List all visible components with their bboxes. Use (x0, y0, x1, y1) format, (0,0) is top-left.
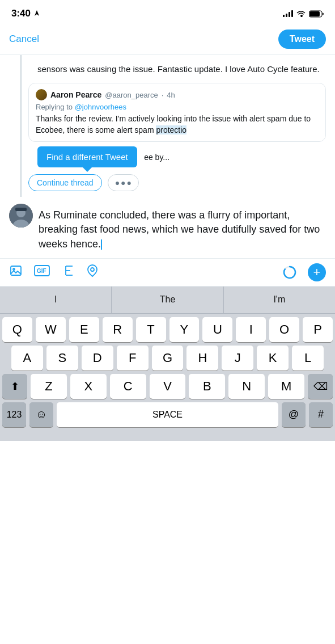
cancel-button[interactable]: Cancel (9, 31, 39, 47)
key-z[interactable]: Z (31, 374, 67, 399)
character-progress (283, 266, 296, 279)
quoted-time-ago: 4h (167, 91, 175, 99)
key-r[interactable]: R (103, 317, 133, 342)
quoted-replying: Replying to @johnvoorhees (36, 103, 319, 111)
partial-tweet-content: sensors was causing the issue. Fantastic… (37, 58, 320, 78)
key-g[interactable]: G (152, 346, 184, 371)
hash-key[interactable]: # (309, 402, 333, 427)
compose-text-content: As Ruminate concluded, there was a flurr… (39, 209, 320, 249)
svg-text:GIF: GIF (37, 268, 46, 274)
tooltip-area: Find a different Tweet ee by... (37, 146, 326, 169)
battery-icon (309, 10, 324, 18)
compose-text[interactable]: As Ruminate concluded, there was a flurr… (39, 204, 326, 251)
key-t[interactable]: T (136, 317, 166, 342)
key-h[interactable]: H (186, 346, 218, 371)
tweet-actions: Continue thread ●●● (28, 170, 326, 197)
key-v[interactable]: V (150, 374, 186, 399)
key-x[interactable]: X (70, 374, 107, 399)
time-text: 3:40 (11, 8, 31, 19)
status-time: 3:40 (11, 8, 40, 19)
svg-point-16 (91, 268, 94, 271)
key-f[interactable]: F (117, 346, 149, 371)
space-key[interactable]: space (57, 402, 278, 427)
key-w[interactable]: W (36, 317, 66, 342)
find-different-tweet-tooltip[interactable]: Find a different Tweet (37, 146, 137, 167)
svg-rect-8 (11, 266, 21, 275)
key-i[interactable]: I (236, 317, 266, 342)
quoted-reply-handle: @johnvoorhees (75, 103, 126, 111)
delete-key[interactable]: ⌫ (308, 374, 333, 399)
key-d[interactable]: D (82, 346, 113, 371)
status-icons (283, 10, 324, 18)
svg-rect-2 (309, 11, 320, 16)
quoted-time: · (162, 91, 164, 99)
key-p[interactable]: P (303, 317, 333, 342)
keyboard-row-2: A S D F G H J K L (0, 342, 335, 371)
key-u[interactable]: U (202, 317, 232, 342)
key-c[interactable]: C (110, 374, 146, 399)
at-key[interactable]: @ (282, 402, 306, 427)
quoted-tweet: Aaron Pearce @aaron_pearce · 4h Replying… (28, 83, 326, 142)
continue-thread-button[interactable]: Continue thread (28, 174, 102, 191)
key-q[interactable]: Q (2, 317, 32, 342)
location-icon (33, 10, 40, 17)
quoted-text-suffix: ee by... (144, 153, 169, 162)
autocorrect-bar: I The I'm (0, 287, 335, 314)
location-pin-icon[interactable] (86, 264, 99, 281)
signal-icon (283, 10, 293, 17)
num-key[interactable]: 123 (2, 402, 26, 427)
wifi-icon (296, 10, 306, 17)
thread-icon[interactable] (61, 264, 75, 281)
emoji-key[interactable]: ☺ (29, 402, 53, 427)
key-o[interactable]: O (269, 317, 299, 342)
partial-tweet: sensors was causing the issue. Fantastic… (0, 55, 335, 81)
keyboard: Q W E R T Y U I O P A S D F G H J K L ⬆ … (0, 314, 335, 441)
compose-toolbar: GIF + (0, 259, 335, 287)
more-options-button[interactable]: ●●● (108, 174, 139, 191)
add-tweet-button[interactable]: + (308, 263, 326, 281)
svg-rect-7 (15, 208, 27, 211)
key-n[interactable]: N (228, 374, 265, 399)
keyboard-row-4: 123 ☺ space @ # (0, 399, 335, 441)
svg-marker-0 (35, 10, 39, 16)
key-m[interactable]: M (268, 374, 304, 399)
key-e[interactable]: E (69, 317, 99, 342)
tweet-button[interactable]: Tweet (278, 30, 326, 49)
quoted-avatar (36, 89, 47, 100)
compose-header: Cancel Tweet (0, 25, 335, 55)
partial-tweet-text: sensors was causing the issue. Fantastic… (37, 58, 320, 78)
quoted-tweet-header: Aaron Pearce @aaron_pearce · 4h (36, 89, 319, 100)
key-k[interactable]: K (257, 346, 289, 371)
key-j[interactable]: J (222, 346, 253, 371)
autocorrect-item-1[interactable]: I (0, 287, 112, 313)
text-cursor (101, 239, 102, 250)
compose-area: As Ruminate concluded, there was a flurr… (0, 197, 335, 259)
key-y[interactable]: Y (169, 317, 200, 342)
key-l[interactable]: L (292, 346, 324, 371)
autocorrect-item-3[interactable]: I'm (224, 287, 335, 313)
keyboard-row-1: Q W E R T Y U I O P (0, 314, 335, 342)
shift-key[interactable]: ⬆ (2, 374, 27, 399)
key-b[interactable]: B (189, 374, 225, 399)
status-bar: 3:40 (0, 0, 335, 25)
quoted-author-handle: @aaron_pearce (105, 91, 158, 99)
key-a[interactable]: A (11, 346, 43, 371)
image-icon[interactable] (9, 264, 23, 281)
quoted-tweet-text: Thanks for the review. I'm actively look… (36, 113, 319, 136)
keyboard-row-3: ⬆ Z X C V B N M ⌫ (0, 371, 335, 399)
thread-container: sensors was causing the issue. Fantastic… (0, 55, 335, 197)
user-avatar (9, 204, 33, 228)
svg-point-9 (13, 268, 15, 270)
gif-icon[interactable]: GIF (34, 265, 50, 280)
autocorrect-item-2[interactable]: The (112, 287, 223, 313)
key-s[interactable]: S (46, 346, 78, 371)
quoted-author-name: Aaron Pearce (50, 90, 101, 99)
